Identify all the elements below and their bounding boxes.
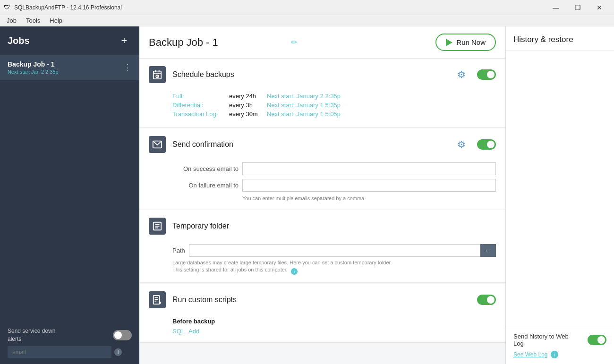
run-now-label: Run Now xyxy=(456,38,486,46)
confirmation-slider xyxy=(477,139,496,150)
schedule-diff-freq: every 3h xyxy=(229,102,267,109)
run-now-play-icon xyxy=(446,39,452,46)
scripts-toggle[interactable] xyxy=(477,295,496,305)
schedule-full-next: Next start: January 2 2:35p xyxy=(267,93,341,100)
sidebar-job-item[interactable]: Backup Job - 1 Next start Jan 2 2:35p ⋮ xyxy=(0,55,139,80)
sidebar: Jobs + Backup Job - 1 Next start Jan 2 2… xyxy=(0,26,139,364)
schedule-txlog-freq: every 30m xyxy=(229,110,267,118)
add-job-button[interactable]: + xyxy=(117,33,132,48)
tempfolder-header: Temporary folder xyxy=(139,210,505,242)
path-browse-button[interactable]: ··· xyxy=(480,244,496,257)
sidebar-job-info: Backup Job - 1 Next start Jan 2 2:35p xyxy=(8,60,59,75)
menu-bar: Job Tools Help xyxy=(0,15,614,26)
sidebar-title: Jobs xyxy=(8,35,30,46)
app-body: Jobs + Backup Job - 1 Next start Jan 2 2… xyxy=(0,26,614,364)
right-panel: History & restore Send history to WebLog… xyxy=(505,26,614,364)
service-down-email[interactable] xyxy=(8,346,111,358)
confirmation-body: On success email to On failure email to … xyxy=(139,161,505,209)
schedule-diff-next: Next start: January 1 5:35p xyxy=(267,102,341,109)
schedule-icon xyxy=(149,66,166,83)
scripts-slider xyxy=(477,295,496,305)
path-hint2: This setting is shared for all jobs on t… xyxy=(172,267,288,272)
menu-tools[interactable]: Tools xyxy=(21,16,45,25)
schedule-body: Full: every 24h Next start: January 2 2:… xyxy=(139,91,505,127)
email-hint: You can enter multiple emails separated … xyxy=(242,195,496,201)
right-panel-footer: Send history to WebLog See Web Log i xyxy=(506,327,614,364)
edit-job-icon[interactable]: ✏ xyxy=(291,38,297,47)
service-down-info-icon[interactable]: i xyxy=(114,348,122,356)
scripts-body: Before backup SQL Add xyxy=(139,316,505,342)
schedule-txlog-label: Transaction Log: xyxy=(172,110,229,118)
path-hint: Large databases may create large tempora… xyxy=(172,260,496,275)
send-history-row: Send history to WebLog xyxy=(513,333,606,347)
restore-button[interactable]: ❐ xyxy=(567,0,588,15)
tempfolder-section: Temporary folder Path ··· Large database… xyxy=(139,210,505,283)
app-icon: 🛡 xyxy=(4,4,11,11)
confirmation-gear-icon[interactable]: ⚙ xyxy=(457,139,466,150)
job-menu-button[interactable]: ⋮ xyxy=(123,62,132,73)
scripts-section: Run custom scripts Before backup SQL Add xyxy=(139,284,505,343)
sidebar-job-name: Backup Job - 1 xyxy=(8,60,59,68)
path-row: Path ··· xyxy=(172,244,496,257)
see-web-log-link[interactable]: See Web Log xyxy=(513,351,548,358)
sql-add-link[interactable]: Add xyxy=(188,328,199,335)
web-log-info-icon[interactable]: i xyxy=(551,351,558,358)
scripts-icon xyxy=(149,291,166,308)
tempfolder-title: Temporary folder xyxy=(172,222,496,230)
success-email-row: On success email to xyxy=(172,162,496,175)
send-history-toggle[interactable] xyxy=(588,335,606,345)
path-hint1: Large databases may create large tempora… xyxy=(172,260,392,265)
schedule-slider xyxy=(477,69,496,80)
run-now-button[interactable]: Run Now xyxy=(435,34,496,51)
job-header: Backup Job - 1 ✏ Run Now xyxy=(139,26,505,59)
confirmation-icon xyxy=(149,136,166,153)
before-backup-label: Before backup xyxy=(172,318,496,325)
schedule-row-diff: Differential: every 3h Next start: Janua… xyxy=(172,102,496,109)
path-label: Path xyxy=(172,247,185,254)
right-panel-body xyxy=(506,51,614,327)
success-email-label: On success email to xyxy=(172,165,239,172)
schedule-title: Schedule backups xyxy=(172,70,451,79)
sidebar-alerts-row: Send service downalerts i xyxy=(0,323,139,360)
schedule-full-label: Full: xyxy=(172,93,229,100)
sql-label: SQL xyxy=(172,328,185,335)
path-info-icon[interactable]: i xyxy=(291,268,298,275)
confirmation-header: Send confirmation ⚙ xyxy=(139,128,505,161)
schedule-diff-label: Differential: xyxy=(172,102,229,109)
close-button[interactable]: ✕ xyxy=(588,0,610,15)
menu-job[interactable]: Job xyxy=(2,16,21,25)
confirmation-title: Send confirmation xyxy=(172,140,451,149)
sidebar-job-next: Next start Jan 2 2:35p xyxy=(8,69,59,75)
service-down-toggle[interactable] xyxy=(113,330,132,340)
tempfolder-body: Path ··· Large databases may create larg… xyxy=(139,242,505,282)
service-down-slider xyxy=(113,330,132,340)
schedule-header: Schedule backups ⚙ xyxy=(139,59,505,91)
menu-help[interactable]: Help xyxy=(45,16,67,25)
history-restore-title: History & restore xyxy=(506,26,614,51)
schedule-row-full: Full: every 24h Next start: January 2 2:… xyxy=(172,93,496,100)
scripts-header: Run custom scripts xyxy=(139,284,505,316)
schedule-toggle[interactable] xyxy=(477,69,496,80)
sidebar-spacer xyxy=(0,80,139,323)
schedule-row-txlog: Transaction Log: every 30m Next start: J… xyxy=(172,110,496,118)
sidebar-header: Jobs + xyxy=(0,26,139,55)
success-email-input[interactable] xyxy=(242,162,496,175)
confirmation-section: Send confirmation ⚙ On success email to … xyxy=(139,128,505,209)
sql-row: SQL Add xyxy=(172,328,496,335)
title-bar-text: SQLBackupAndFTP - 12.4.16 Professional xyxy=(14,4,545,11)
send-history-slider xyxy=(588,335,606,345)
tempfolder-icon xyxy=(149,218,166,235)
title-bar-controls: — ❐ ✕ xyxy=(545,0,610,15)
job-title: Backup Job - 1 xyxy=(149,36,287,49)
failure-email-input[interactable] xyxy=(242,179,496,192)
service-down-label: Send service downalerts xyxy=(8,327,55,343)
schedule-txlog-next: Next start: January 1 5:05p xyxy=(267,110,341,118)
path-input[interactable] xyxy=(189,244,480,257)
main-content: Backup Job - 1 ✏ Run Now xyxy=(139,26,505,364)
minimize-button[interactable]: — xyxy=(545,0,567,15)
schedule-section: Schedule backups ⚙ Full: every 24h Next … xyxy=(139,59,505,127)
schedule-gear-icon[interactable]: ⚙ xyxy=(457,69,466,80)
failure-email-label: On failure email to xyxy=(172,182,239,189)
confirmation-toggle[interactable] xyxy=(477,139,496,150)
send-history-label: Send history to WebLog xyxy=(513,333,569,347)
